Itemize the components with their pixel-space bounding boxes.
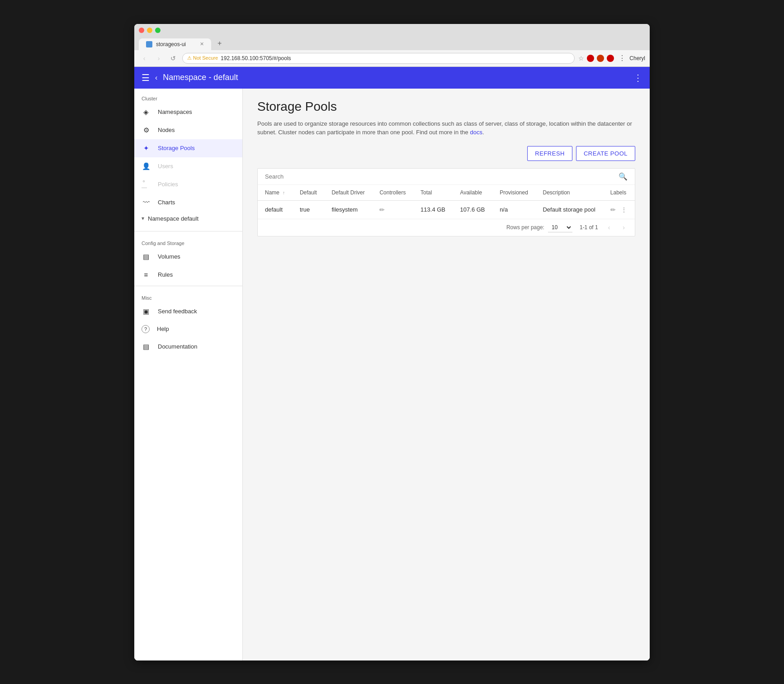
- col-total: Total: [413, 185, 453, 201]
- toolbar-icons: ☆ ⋮: [578, 54, 626, 62]
- sidebar: Cluster ◈ Namespaces ⚙ Nodes ✦ Storage P…: [134, 89, 243, 660]
- top-nav: ☰ ‹ Namespace - default ⋮: [134, 67, 650, 89]
- maximize-button[interactable]: [155, 28, 161, 33]
- extension-icon-3[interactable]: [607, 55, 614, 62]
- refresh-button[interactable]: REFRESH: [527, 146, 572, 161]
- policies-icon: ⚬—: [142, 180, 151, 189]
- tab-favicon: [146, 41, 152, 47]
- cluster-section-label: Cluster: [134, 89, 242, 103]
- sidebar-item-namespaces[interactable]: ◈ Namespaces: [134, 103, 242, 121]
- sidebar-item-help[interactable]: ? Help: [134, 321, 242, 338]
- security-indicator: ⚠ Not Secure: [187, 55, 218, 61]
- tab-close-button[interactable]: ✕: [200, 41, 204, 47]
- back-button[interactable]: ‹: [139, 53, 150, 64]
- new-tab-button[interactable]: +: [212, 37, 227, 50]
- sidebar-item-send-feedback[interactable]: ▣ Send feedback: [134, 302, 242, 321]
- cell-controllers: ✏: [372, 200, 413, 219]
- create-pool-button[interactable]: CREATE POOL: [576, 146, 635, 161]
- description-end: .: [482, 129, 484, 136]
- sidebar-users-label: Users: [158, 163, 173, 170]
- sort-icon: ↑: [283, 190, 285, 195]
- search-bar: 🔍: [258, 169, 635, 185]
- browser-more-button[interactable]: ⋮: [619, 54, 626, 62]
- nav-more-button[interactable]: ⋮: [633, 72, 642, 83]
- page-description: Pools are used to organize storage resou…: [257, 119, 635, 137]
- col-labels: Labels: [603, 185, 635, 201]
- col-default: Default: [293, 185, 325, 201]
- help-icon: ?: [142, 325, 150, 333]
- address-bar[interactable]: ⚠ Not Secure 192.168.50.100:5705/#/pools: [182, 53, 575, 64]
- users-icon: 👤: [142, 162, 151, 171]
- storage-pools-icon: ✦: [142, 144, 151, 153]
- cell-total: 113.4 GB: [413, 200, 453, 219]
- sidebar-item-policies: ⚬— Policies: [134, 175, 242, 193]
- sidebar-item-volumes[interactable]: ▤ Volumes: [134, 248, 242, 266]
- namespace-label: Namespace default: [148, 215, 198, 222]
- sidebar-divider-1: [134, 231, 242, 231]
- docs-link[interactable]: docs: [470, 129, 482, 136]
- col-available: Available: [453, 185, 493, 201]
- pools-table: Name ↑ Default Default Driver Controller…: [258, 185, 635, 219]
- sidebar-item-users: 👤 Users: [134, 157, 242, 175]
- main-layout: Cluster ◈ Namespaces ⚙ Nodes ✦ Storage P…: [134, 89, 650, 660]
- namespace-chevron-icon: ▾: [142, 215, 144, 222]
- col-name: Name ↑: [258, 185, 293, 201]
- browser-chrome: storageos-ui ✕ +: [134, 24, 650, 50]
- labels-edit-icon[interactable]: ✏: [610, 206, 616, 213]
- sidebar-storage-pools-label: Storage Pools: [158, 145, 195, 151]
- next-page-button[interactable]: ›: [620, 223, 628, 232]
- sidebar-item-documentation[interactable]: ▤ Documentation: [134, 338, 242, 356]
- sidebar-item-rules[interactable]: ≡ Rules: [134, 266, 242, 284]
- sidebar-send-feedback-label: Send feedback: [158, 308, 197, 315]
- send-feedback-icon: ▣: [142, 307, 151, 316]
- rows-per-page-select[interactable]: 10 25 50: [548, 223, 572, 232]
- table-footer: Rows per page: 10 25 50 1-1 of 1 ‹ ›: [258, 219, 635, 236]
- col-provisioned: Provisioned: [492, 185, 535, 201]
- namespace-toggle[interactable]: ▾ Namespace default: [142, 212, 235, 226]
- cell-labels: ✏ ⋮: [603, 200, 635, 219]
- sidebar-rules-label: Rules: [158, 271, 173, 278]
- nodes-icon: ⚙: [142, 126, 151, 135]
- search-input[interactable]: [265, 173, 619, 180]
- app-title: Namespace - default: [163, 73, 633, 82]
- table-header-row: Name ↑ Default Default Driver Controller…: [258, 185, 635, 201]
- rows-per-page-label: Rows per page:: [506, 224, 544, 231]
- col-controllers: Controllers: [372, 185, 413, 201]
- cell-provisioned: n/a: [492, 200, 535, 219]
- controllers-edit-icon[interactable]: ✏: [379, 206, 385, 213]
- rows-per-page-control: Rows per page: 10 25 50: [506, 223, 572, 232]
- pagination-info: 1-1 of 1: [580, 224, 598, 231]
- active-tab[interactable]: storageos-ui ✕: [139, 38, 211, 50]
- row-more-icon[interactable]: ⋮: [621, 206, 627, 213]
- search-icon: 🔍: [619, 172, 628, 181]
- page-title: Storage Pools: [257, 99, 635, 114]
- close-button[interactable]: [139, 28, 144, 33]
- traffic-lights: [139, 28, 645, 33]
- extension-icon-2[interactable]: [597, 55, 604, 62]
- sidebar-charts-label: Charts: [158, 199, 175, 206]
- tab-title: storageos-ui: [156, 41, 186, 47]
- forward-button[interactable]: ›: [153, 53, 164, 64]
- hamburger-button[interactable]: ☰: [142, 72, 150, 83]
- browser-toolbar: ‹ › ↺ ⚠ Not Secure 192.168.50.100:5705/#…: [134, 50, 650, 67]
- action-bar: REFRESH CREATE POOL: [257, 146, 635, 161]
- sidebar-policies-label: Policies: [158, 181, 178, 188]
- minimize-button[interactable]: [147, 28, 152, 33]
- sidebar-item-nodes[interactable]: ⚙ Nodes: [134, 121, 242, 139]
- sidebar-item-storage-pools[interactable]: ✦ Storage Pools: [134, 139, 242, 157]
- documentation-icon: ▤: [142, 342, 151, 351]
- sidebar-namespaces-label: Namespaces: [158, 108, 192, 115]
- nav-back-button[interactable]: ‹: [155, 74, 157, 82]
- reload-button[interactable]: ↺: [168, 53, 179, 64]
- cell-default-driver: filesystem: [324, 200, 372, 219]
- sidebar-volumes-label: Volumes: [158, 253, 180, 260]
- sidebar-item-charts[interactable]: 〰 Charts: [134, 193, 242, 212]
- extension-icon-1[interactable]: [587, 55, 594, 62]
- rules-icon: ≡: [142, 270, 151, 279]
- col-default-driver: Default Driver: [324, 185, 372, 201]
- app-container: ☰ ‹ Namespace - default ⋮ Cluster ◈ Name…: [134, 67, 650, 660]
- prev-page-button[interactable]: ‹: [605, 223, 613, 232]
- address-text: 192.168.50.100:5705/#/pools: [221, 55, 291, 61]
- col-description: Description: [535, 185, 603, 201]
- bookmark-icon[interactable]: ☆: [578, 55, 584, 62]
